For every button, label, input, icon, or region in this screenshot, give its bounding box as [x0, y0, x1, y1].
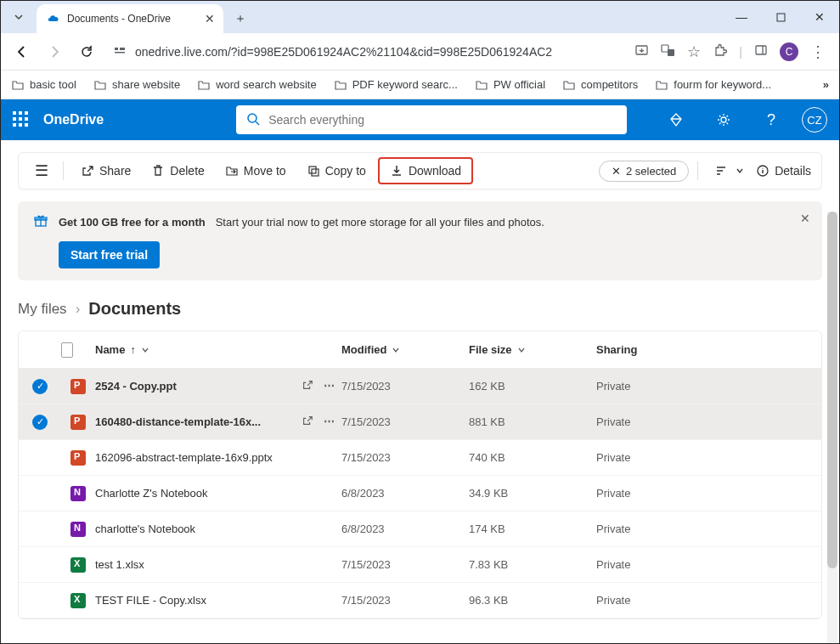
bookmark-item[interactable]: PDF keyword searc... — [334, 78, 458, 92]
file-name-cell[interactable]: Charlotte Z's Notebook — [95, 487, 341, 500]
column-modified[interactable]: Modified — [341, 343, 469, 356]
promo-headline: Get 100 GB free for a month — [59, 216, 206, 229]
sort-button[interactable] — [715, 165, 744, 177]
modified-cell: 6/8/2023 — [341, 487, 469, 500]
table-row[interactable]: ✓ 2524 - Copy.ppt ⋯ 7/15/2023 162 KB Pri… — [19, 369, 821, 404]
file-name-cell[interactable]: 162096-abstract-template-16x9.pptx — [95, 451, 341, 464]
browser-titlebar: Documents - OneDrive ✕ ＋ — ✕ — [1, 1, 839, 33]
bookmark-item[interactable]: fourm for keyword... — [655, 78, 771, 92]
more-icon[interactable]: ⋯ — [324, 415, 335, 429]
breadcrumb-root[interactable]: My files — [18, 301, 67, 318]
file-table: Name ↑ Modified File size Sharing ✓ 2524… — [18, 330, 822, 619]
bookmark-star-icon[interactable]: ☆ — [687, 42, 701, 61]
bookmark-item[interactable]: PW official — [475, 78, 545, 92]
maximize-button[interactable] — [761, 1, 800, 33]
new-tab-button[interactable]: ＋ — [228, 7, 252, 31]
file-name: TEST FILE - Copy.xlsx — [95, 594, 206, 607]
tab-list-dropdown[interactable] — [1, 1, 37, 33]
reload-button[interactable] — [74, 39, 99, 65]
svg-rect-12 — [309, 167, 316, 173]
table-header: Name ↑ Modified File size Sharing — [19, 331, 821, 369]
svg-rect-6 — [668, 49, 674, 56]
size-cell: 7.83 KB — [469, 558, 596, 571]
site-info-icon[interactable] — [113, 43, 127, 59]
share-button[interactable]: Share — [72, 159, 139, 183]
chevron-down-icon[interactable] — [392, 346, 400, 354]
start-trial-button[interactable]: Start free trial — [59, 241, 160, 268]
browser-tab[interactable]: Documents - OneDrive ✕ — [37, 4, 223, 33]
sharing-cell: Private — [596, 594, 821, 607]
close-window-button[interactable]: ✕ — [800, 1, 839, 33]
table-row[interactable]: TEST FILE - Copy.xlsx 7/15/2023 96.3 KB … — [19, 583, 821, 619]
bookmark-item[interactable]: share website — [93, 78, 180, 92]
file-name-cell[interactable]: 2524 - Copy.ppt ⋯ — [95, 379, 341, 393]
upsell-banner: ✕ Get 100 GB free for a month Start your… — [18, 201, 822, 280]
profile-avatar[interactable]: C — [780, 42, 798, 61]
side-panel-icon[interactable] — [754, 43, 768, 59]
hamburger-icon[interactable]: ☰ — [29, 161, 54, 180]
chevron-down-icon[interactable] — [141, 346, 149, 354]
modified-cell: 7/15/2023 — [341, 451, 469, 464]
row-checkbox[interactable]: ✓ — [19, 379, 61, 394]
close-tab-icon[interactable]: ✕ — [205, 12, 215, 25]
file-name: 162096-abstract-template-16x9.pptx — [95, 451, 273, 464]
bookmark-item[interactable]: basic tool — [11, 78, 76, 92]
row-checkbox[interactable]: ✓ — [19, 415, 61, 430]
column-sharing[interactable]: Sharing — [596, 343, 821, 356]
minimize-button[interactable]: — — [722, 1, 761, 33]
close-banner-icon[interactable]: ✕ — [800, 212, 810, 225]
more-icon[interactable]: ⋯ — [324, 379, 335, 393]
svg-rect-0 — [777, 14, 785, 21]
premium-icon[interactable] — [659, 112, 693, 127]
file-type-icon — [61, 522, 95, 537]
table-row[interactable]: test 1.xlsx 7/15/2023 7.83 KB Private — [19, 547, 821, 583]
modified-cell: 7/15/2023 — [341, 558, 469, 571]
file-name-cell[interactable]: charlotte's Notebook — [95, 523, 341, 535]
help-icon[interactable]: ? — [754, 111, 788, 129]
details-button[interactable]: Details — [756, 164, 811, 178]
clear-selection-icon[interactable]: ✕ — [612, 165, 621, 178]
account-avatar[interactable]: CZ — [802, 107, 827, 133]
install-app-icon[interactable] — [634, 43, 649, 60]
delete-button[interactable]: Delete — [143, 159, 212, 183]
table-row[interactable]: charlotte's Notebook 6/8/2023 174 KB Pri… — [19, 511, 821, 547]
table-row[interactable]: Charlotte Z's Notebook 6/8/2023 34.9 KB … — [19, 476, 821, 511]
share-icon[interactable] — [302, 379, 313, 393]
file-name-cell[interactable]: 160480-distance-template-16x... ⋯ — [95, 415, 341, 429]
settings-gear-icon[interactable] — [707, 112, 741, 127]
chevron-down-icon[interactable] — [517, 346, 526, 354]
table-row[interactable]: ✓ 160480-distance-template-16x... ⋯ 7/15… — [19, 404, 821, 440]
download-button[interactable]: Download — [378, 157, 473, 184]
translate-icon[interactable] — [661, 43, 675, 60]
table-row[interactable]: 162096-abstract-template-16x9.pptx 7/15/… — [19, 440, 821, 476]
size-cell: 740 KB — [469, 451, 596, 464]
column-name[interactable]: Name ↑ — [95, 343, 341, 356]
modified-cell: 7/15/2023 — [341, 594, 469, 607]
app-launcher-icon[interactable] — [13, 111, 30, 128]
scrollbar[interactable] — [827, 212, 837, 643]
tab-title: Documents - OneDrive — [67, 13, 171, 25]
column-filesize[interactable]: File size — [469, 343, 596, 356]
svg-point-11 — [721, 117, 726, 122]
share-icon[interactable] — [302, 415, 313, 429]
copy-to-button[interactable]: Copy to — [298, 159, 375, 183]
file-name: 2524 - Copy.ppt — [95, 380, 177, 393]
bookmark-item[interactable]: competitors — [562, 78, 638, 92]
chrome-menu-icon[interactable]: ⋮ — [810, 42, 826, 61]
search-input[interactable] — [268, 113, 617, 127]
modified-cell: 7/15/2023 — [341, 415, 469, 428]
omnibox[interactable]: onedrive.live.com/?id=998E25D061924AC2%2… — [106, 43, 628, 59]
move-to-button[interactable]: Move to — [217, 159, 295, 183]
app-name[interactable]: OneDrive — [43, 112, 104, 127]
bookmark-item[interactable]: word search website — [197, 78, 317, 92]
file-name: test 1.xlsx — [95, 558, 144, 571]
forward-button[interactable] — [42, 39, 67, 65]
search-box[interactable] — [236, 105, 627, 134]
file-name-cell[interactable]: test 1.xlsx — [95, 558, 341, 571]
selection-count-pill[interactable]: ✕ 2 selected — [599, 161, 689, 182]
file-type-icon — [61, 557, 95, 573]
extensions-icon[interactable] — [713, 43, 727, 60]
bookmarks-overflow-icon[interactable]: » — [823, 78, 829, 91]
file-name-cell[interactable]: TEST FILE - Copy.xlsx — [95, 594, 341, 607]
back-button[interactable] — [9, 39, 35, 65]
